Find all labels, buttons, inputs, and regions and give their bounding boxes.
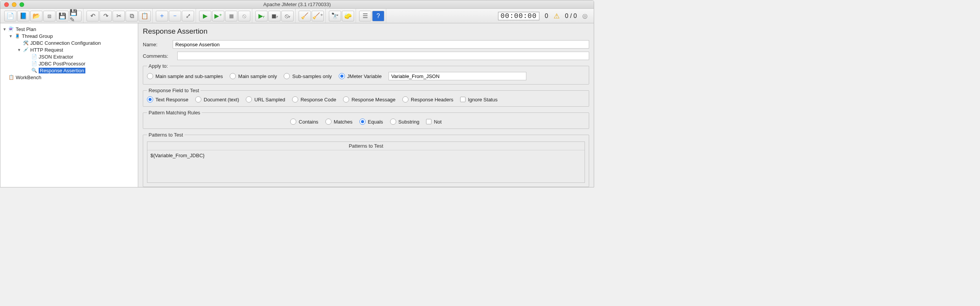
tree-label: Test Plan (16, 26, 36, 32)
rule-equals-option[interactable]: Equals (359, 119, 383, 125)
disclosure-icon[interactable]: ▼ (17, 48, 21, 52)
reset-search-button[interactable]: 🧽 (342, 11, 354, 21)
function-helper-button[interactable]: ☰ (359, 11, 371, 21)
tree-label: JDBC PostProcessor (39, 61, 85, 67)
tree-node-http-request[interactable]: ▼ 💉 HTTP Request (2, 46, 136, 53)
remote-start-button[interactable]: ▶ᵣ (255, 11, 268, 21)
remote-shutdown-button[interactable]: ⦸ᵣ (281, 11, 294, 21)
flask-icon: ⚗️ (8, 26, 14, 32)
response-field-legend: Response Field to Test (147, 88, 201, 93)
tree-node-jdbc-conn[interactable]: 🛠️ JDBC Connection Configuration (2, 39, 136, 46)
elapsed-timer: 00:00:00 (498, 12, 539, 20)
app-window: Apache JMeter (3.1 r1770033) 📄 📘 📂 ⧆ 💾 💾… (0, 0, 594, 187)
rule-not-checkbox[interactable]: Not (426, 119, 441, 125)
radio-icon (147, 96, 153, 103)
file-save-button[interactable]: 💾 (56, 11, 69, 21)
rule-matches-option[interactable]: Matches (325, 119, 353, 125)
radio-icon (246, 96, 252, 103)
search-button[interactable]: 🔭 (329, 11, 341, 21)
stop-button[interactable]: ◼ (225, 11, 237, 21)
tree-label: Response Assertion (39, 68, 85, 73)
disclosure-icon[interactable]: ▼ (3, 27, 7, 31)
patterns-column-header: Patterns to Test (147, 142, 585, 150)
help-button[interactable]: ? (372, 11, 384, 21)
patterns-legend: Patterns to Test (147, 132, 185, 138)
file-new-button[interactable]: 📄 (4, 11, 16, 21)
radio-icon (390, 119, 396, 125)
radio-icon (290, 119, 296, 125)
apply-main-only-option[interactable]: Main sample only (230, 73, 277, 79)
patterns-table[interactable]: Patterns to Test ${Variable_From_JDBC} (147, 142, 585, 183)
apply-jmeter-var-option[interactable]: JMeter Variable (339, 73, 382, 79)
apply-main-and-sub-option[interactable]: Main sample and sub-samples (147, 73, 223, 79)
templates-button[interactable]: 📘 (17, 11, 29, 21)
toggle-button[interactable]: ⤢ (182, 11, 194, 21)
checkbox-icon (426, 119, 431, 124)
jmeter-variable-input[interactable] (389, 72, 526, 80)
field-response-code-option[interactable]: Response Code (292, 96, 336, 103)
radio-icon (339, 73, 345, 79)
tree-panel[interactable]: ▼ ⚗️ Test Plan ▼ 🧵 Thread Group 🛠️ JDBC … (0, 23, 138, 187)
toolbar: 📄 📘 📂 ⧆ 💾 💾✎ ↶ ↷ ✂ ⧉ 📋 ＋ － ⤢ ▶ ▶⁺ ◼ ⦸ ▶ᵣ (0, 9, 594, 23)
clear-button[interactable]: 🧹 (299, 11, 311, 21)
radio-icon (359, 119, 366, 125)
field-document-option[interactable]: Document (text) (195, 96, 239, 103)
comments-label: Comments: (143, 53, 174, 59)
tree-node-jdbc-post[interactable]: 📄 JDBC PostProcessor (2, 60, 136, 67)
sampler-icon: 💉 (23, 47, 29, 53)
postprocessor-icon: 📄 (31, 54, 37, 60)
field-response-headers-option[interactable]: Response Headers (402, 96, 453, 103)
pattern-row[interactable]: ${Variable_From_JDBC} (150, 153, 581, 158)
disclosure-icon[interactable]: ▼ (9, 34, 13, 38)
radio-icon (292, 96, 298, 103)
file-save-as-button[interactable]: 💾✎ (69, 11, 82, 21)
status-bar: 00:00:00 0 ⚠ 0 / 0 ◎ (498, 12, 591, 20)
redo-button[interactable]: ↷ (100, 11, 112, 21)
apply-to-group: Apply to: Main sample and sub-samples Ma… (143, 63, 589, 85)
radio-icon (325, 119, 332, 125)
paste-button[interactable]: 📋 (139, 11, 151, 21)
field-text-response-option[interactable]: Text Response (147, 96, 188, 103)
tree-node-thread-group[interactable]: ▼ 🧵 Thread Group (2, 33, 136, 39)
comments-input[interactable] (177, 52, 589, 60)
file-open-button[interactable]: 📂 (30, 11, 42, 21)
apply-to-legend: Apply to: (147, 63, 170, 69)
start-no-pause-button[interactable]: ▶⁺ (212, 11, 224, 21)
tree-label: Thread Group (22, 33, 53, 39)
pattern-rules-legend: Pattern Matching Rules (147, 110, 202, 116)
pattern-rules-group: Pattern Matching Rules Contains Matches … (143, 110, 589, 129)
config-icon: 🛠️ (23, 40, 29, 46)
cut-button[interactable]: ✂ (113, 11, 125, 21)
patterns-to-test-group: Patterns to Test Patterns to Test ${Vari… (143, 132, 589, 187)
apply-sub-only-option[interactable]: Sub-samples only (284, 73, 332, 79)
window-title: Apache JMeter (3.1 r1770033) (0, 2, 594, 7)
start-button[interactable]: ▶ (199, 11, 211, 21)
field-response-message-option[interactable]: Response Message (343, 96, 395, 103)
radio-icon (230, 73, 236, 79)
clear-all-button[interactable]: 🧹⁺ (312, 11, 324, 21)
tree-label: WorkBench (16, 75, 41, 80)
warning-icon[interactable]: ⚠ (554, 12, 560, 20)
field-url-sampled-option[interactable]: URL Sampled (246, 96, 285, 103)
file-close-button[interactable]: ⧆ (43, 11, 56, 21)
expand-button[interactable]: ＋ (156, 11, 168, 21)
collapse-button[interactable]: － (169, 11, 181, 21)
name-input[interactable] (173, 40, 589, 49)
response-field-group: Response Field to Test Text Response Doc… (143, 88, 589, 107)
remote-stop-button[interactable]: ◼ᵣ (268, 11, 281, 21)
tree-node-workbench[interactable]: 📋 WorkBench (2, 74, 136, 81)
rule-substring-option[interactable]: Substring (390, 119, 420, 125)
workbench-icon: 📋 (8, 74, 14, 80)
warn-count: 0 (545, 13, 548, 20)
resize-grip-icon: ◎ (582, 12, 588, 20)
copy-button[interactable]: ⧉ (126, 11, 138, 21)
undo-button[interactable]: ↶ (87, 11, 99, 21)
rule-contains-option[interactable]: Contains (290, 119, 318, 125)
shutdown-button[interactable]: ⦸ (238, 11, 250, 21)
tree-label: HTTP Request (30, 47, 63, 53)
tree-node-test-plan[interactable]: ▼ ⚗️ Test Plan (2, 26, 136, 33)
tree-node-json-extractor[interactable]: 📄 JSON Extractor (2, 53, 136, 60)
ignore-status-checkbox[interactable]: Ignore Status (460, 97, 497, 103)
tree-node-response-assertion[interactable]: 🔍 Response Assertion (2, 67, 136, 74)
name-label: Name: (143, 42, 170, 47)
